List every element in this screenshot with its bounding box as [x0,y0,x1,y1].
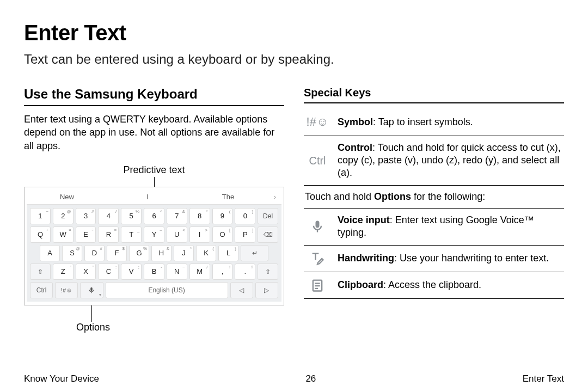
key: 5% [121,208,142,224]
page-footer: Know Your Device 26 Enter Text [24,373,564,384]
key: ⇧ [30,264,51,280]
prediction-word: I [107,193,188,201]
option-row: Handwriting: Use your handwriting to ent… [304,246,564,272]
key: 3# [76,208,96,224]
key: 6^ [144,208,164,224]
prediction-word: New [27,193,107,201]
key: T_ [121,226,142,243]
key: Y– [144,226,164,243]
key-symbol: !#☺ [55,282,78,298]
key: F$ [107,245,127,261]
mic-icon [305,219,330,234]
page-title: Enter Text [24,21,564,45]
key: 9( [212,208,233,224]
key-arrow-right-icon: ▷ [255,282,278,298]
key-arrow-left-icon: ◁ [230,282,253,298]
options-intro: Touch and hold Options for the following… [304,186,564,209]
special-key-row: Ctrl Control: Touch and hold for quick a… [304,136,564,186]
keyboard-illustration: New I The › 1~2@3#4/5%6^7&8*9(0)Del Q+W×… [24,187,284,305]
key: 4/ [98,208,119,224]
key: 7& [167,208,187,224]
key: G% [129,245,149,261]
key-ctrl: Ctrl [30,282,53,298]
special-key-row: !#☺ Symbol: Tap to insert symbols. [304,109,564,136]
key-mic-icon: ▾ [80,282,103,298]
key: M/ [189,264,210,280]
key: Z' [53,264,74,280]
key: C: [98,264,119,280]
key: .? [235,264,255,280]
key: R= [98,226,119,243]
right-heading: Special Keys [304,87,564,103]
callout-line [154,177,155,187]
key: B- [144,264,164,280]
key: P] [235,226,255,243]
left-heading: Use the Samsung Keyboard [24,87,284,106]
key: ⇧ [258,264,278,280]
key: ⌫ [258,226,278,243]
footer-page-number: 26 [305,373,316,384]
key: N~ [167,264,187,280]
footer-left: Know Your Device [24,373,99,384]
key: 0) [235,208,255,224]
key: Q+ [30,226,51,243]
prediction-word: The [188,193,268,201]
key: 2@ [53,208,74,224]
key: 8* [189,208,210,224]
key: X" [76,264,96,280]
chevron-right-icon: › [268,193,281,201]
key: O[ [212,226,233,243]
key-space: English (US) [106,282,228,298]
key: ,! [212,264,233,280]
key: S@ [62,245,82,261]
key: J* [174,245,194,261]
key: K( [196,245,216,261]
key: V; [121,264,142,280]
key: D# [84,245,105,261]
handwriting-icon [305,251,330,266]
key: Del [258,208,278,224]
prediction-bar: New I The › [27,189,281,205]
symbol-icon: !#☺ [305,114,330,130]
option-row: Clipboard: Access the clipboard. [304,272,564,299]
option-row: Voice input: Enter text using Google Voi… [304,209,564,246]
intro-text: Text can be entered using a keyboard or … [24,52,564,67]
key: A [40,245,60,261]
key: 1~ [30,208,51,224]
callout-options: Options [24,305,284,333]
footer-right: Enter Text [523,373,564,384]
ctrl-icon: Ctrl [305,154,330,168]
key: H& [151,245,171,261]
callout-predictive-text: Predictive text [24,164,284,176]
left-body: Enter text using a QWERTY keyboard. Avai… [24,113,284,152]
key: E÷ [76,226,96,243]
key: ↵ [241,245,268,261]
clipboard-icon [305,278,330,293]
key: L) [218,245,238,261]
key: W× [53,226,74,243]
key: U< [167,226,187,243]
key: I> [189,226,210,243]
